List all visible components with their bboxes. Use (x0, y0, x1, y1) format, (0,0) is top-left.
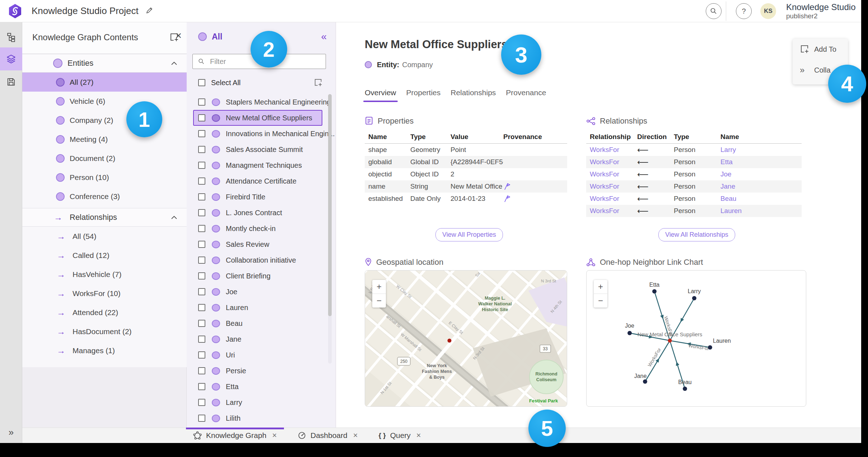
entity-link[interactable]: Jane (720, 183, 802, 190)
list-item[interactable]: Etta (193, 379, 322, 394)
tab-dashboard[interactable]: Dashboard × (290, 428, 365, 443)
sidebar-item-manages[interactable]: → Manages (1) (22, 341, 187, 360)
list-item[interactable]: Staplers Mechanical Engineering (193, 94, 322, 110)
node-larry[interactable] (692, 296, 696, 300)
contents-button[interactable] (0, 47, 22, 70)
list-item[interactable]: Beau (193, 315, 322, 331)
tab-relationships[interactable]: Relationships (451, 88, 496, 102)
list-item[interactable]: Firebird Title (193, 189, 322, 205)
list-item[interactable]: Larry (193, 394, 322, 410)
list-item-selected[interactable]: New Metal Office Suppliers (193, 110, 322, 126)
tab-query[interactable]: { } Query × (372, 428, 428, 443)
entity-link[interactable]: Lauren (720, 207, 802, 215)
checkbox[interactable] (198, 225, 205, 232)
list-item[interactable]: Persie (193, 363, 322, 379)
entities-section-header[interactable]: Entities (22, 54, 187, 73)
entity-link[interactable]: Etta (720, 158, 802, 166)
search-button[interactable] (706, 3, 722, 19)
list-item[interactable]: Client Briefing (193, 268, 322, 284)
node-lauren[interactable] (708, 345, 712, 350)
sidebar-item-called[interactable]: → Called (12) (22, 246, 187, 265)
sidebar-item-vehicle[interactable]: Vehicle (6) (22, 92, 187, 111)
tab-properties[interactable]: Properties (406, 88, 441, 102)
checkbox[interactable] (198, 383, 205, 390)
edit-title-icon[interactable] (145, 6, 154, 15)
checkbox[interactable] (198, 257, 205, 264)
node-beau[interactable] (683, 387, 687, 391)
checkbox[interactable] (198, 272, 205, 280)
relationship-link[interactable]: WorksFor (590, 183, 637, 190)
close-tab-icon[interactable]: × (353, 431, 358, 439)
list-item[interactable]: Lilith (193, 410, 322, 426)
add-to-menu-item[interactable]: Add To (793, 39, 848, 60)
sidebar-item-person[interactable]: Person (10) (22, 168, 187, 187)
expand-rail-icon[interactable]: » (0, 427, 22, 438)
provenance-flag-icon[interactable] (503, 183, 510, 190)
node-center[interactable] (668, 339, 672, 343)
select-all-checkbox[interactable] (198, 79, 205, 86)
checkbox[interactable] (198, 288, 205, 295)
list-item[interactable]: Sales Review (193, 236, 322, 252)
checkbox[interactable] (198, 209, 205, 216)
node-joe[interactable] (627, 331, 632, 335)
list-item[interactable]: Montly check-in (193, 221, 322, 236)
sidebar-item-rel-all[interactable]: → All (54) (22, 227, 187, 246)
checkbox[interactable] (198, 320, 205, 327)
link-chart-panel[interactable]: WorksFor WorksFor WorksFor Etta Larry Jo… (586, 270, 806, 407)
checkbox[interactable] (198, 146, 205, 153)
checkbox[interactable] (198, 98, 205, 106)
sidebar-item-entities-all[interactable]: All (27) (22, 73, 187, 92)
relationship-link[interactable]: WorksFor (590, 158, 637, 166)
sidebar-item-hasdocument[interactable]: → HasDocument (2) (22, 322, 187, 341)
tab-knowledge-graph[interactable]: Knowledge Graph × (186, 428, 284, 443)
checkbox[interactable] (198, 193, 205, 200)
relationships-section-header[interactable]: → Relationships (22, 208, 187, 227)
help-button[interactable]: ? (736, 3, 752, 19)
list-item[interactable]: Attendance Certificate (193, 173, 322, 189)
list-item[interactable]: Lauren (193, 300, 322, 315)
entity-link[interactable]: Beau (720, 195, 802, 203)
relationship-link[interactable]: WorksFor (590, 195, 637, 203)
entity-link[interactable]: Joe (720, 170, 802, 178)
checkbox[interactable] (198, 162, 205, 169)
scrollbar-thumb[interactable] (328, 94, 332, 316)
checkbox[interactable] (198, 336, 205, 343)
sidebar-item-conference[interactable]: Conference (3) (22, 187, 187, 206)
tab-provenance[interactable]: Provenance (506, 88, 546, 102)
checkbox[interactable] (198, 130, 205, 137)
checkbox[interactable] (198, 304, 205, 311)
list-item[interactable]: Collaboration initiative (193, 252, 322, 268)
sidebar-item-meeting[interactable]: Meeting (4) (22, 130, 187, 149)
sidebar-item-attended[interactable]: → Attended (22) (22, 303, 187, 322)
data-model-button[interactable] (0, 27, 22, 47)
relationship-link[interactable]: WorksFor (590, 146, 637, 154)
sidebar-item-worksfor[interactable]: → WorksFor (10) (22, 284, 187, 303)
list-item[interactable]: Joe (193, 284, 322, 300)
list-item[interactable]: Managment Techniques (193, 157, 322, 173)
view-all-relationships-button[interactable]: View All Relationships (658, 228, 735, 241)
save-button[interactable] (0, 72, 22, 92)
view-all-properties-button[interactable]: View All Properties (435, 228, 503, 241)
node-jane[interactable] (643, 379, 647, 384)
provenance-flag-icon[interactable] (503, 195, 510, 203)
list-item[interactable]: L. Jones Contract (193, 205, 322, 221)
zoom-in-button[interactable]: + (372, 280, 386, 294)
list-item[interactable]: Innovations in Mechanical Engin... (193, 126, 322, 142)
checkbox[interactable] (198, 114, 205, 121)
zoom-out-button[interactable]: − (594, 294, 607, 308)
relationship-link[interactable]: WorksFor (590, 170, 637, 178)
avatar[interactable]: KS (760, 3, 776, 19)
checkbox[interactable] (198, 415, 205, 422)
checkbox[interactable] (198, 177, 205, 185)
list-item[interactable]: Uri (193, 347, 322, 363)
checkbox[interactable] (198, 241, 205, 248)
tab-overview[interactable]: Overview (365, 88, 396, 102)
add-selection-icon[interactable] (314, 78, 323, 87)
map-panel[interactable]: W Clay St E Clay St arshall St W Marshal… (365, 270, 567, 407)
sidebar-item-document[interactable]: Document (2) (22, 149, 187, 168)
close-tab-icon[interactable]: × (416, 431, 421, 439)
checkbox[interactable] (198, 399, 205, 406)
checkbox[interactable] (198, 367, 205, 374)
zoom-out-button[interactable]: − (372, 294, 386, 308)
relationship-link[interactable]: WorksFor (590, 207, 637, 215)
